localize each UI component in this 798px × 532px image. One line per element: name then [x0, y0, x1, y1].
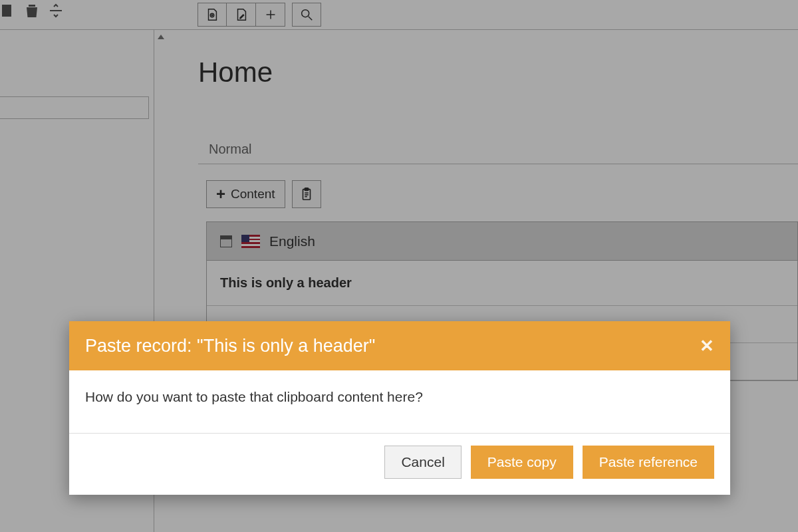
paste-reference-button[interactable]: Paste reference [583, 446, 714, 479]
paste-record-modal: Paste record: "This is only a header" ✕ … [69, 321, 730, 495]
modal-title: Paste record: "This is only a header" [85, 336, 375, 356]
cancel-button[interactable]: Cancel [384, 446, 461, 479]
paste-copy-button[interactable]: Paste copy [471, 446, 573, 479]
close-icon[interactable]: ✕ [700, 336, 714, 356]
modal-header: Paste record: "This is only a header" ✕ [69, 321, 730, 370]
modal-footer: Cancel Paste copy Paste reference [69, 434, 730, 495]
modal-body-text: How do you want to paste that clipboard … [69, 370, 730, 434]
